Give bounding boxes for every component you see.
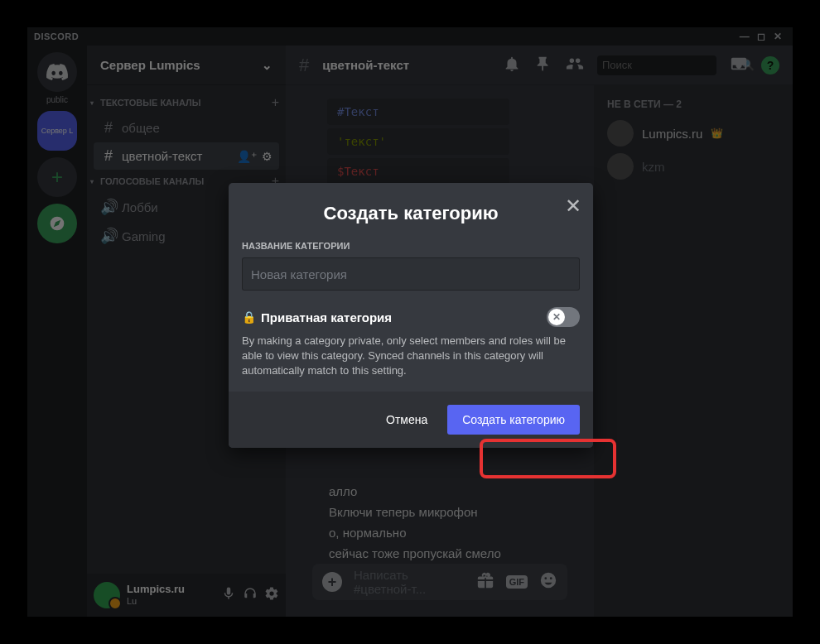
private-description: By making a category private, only selec… bbox=[242, 334, 580, 378]
private-label: Приватная категория bbox=[261, 310, 392, 324]
toggle-knob: ✕ bbox=[548, 309, 565, 325]
close-icon[interactable]: ✕ bbox=[565, 195, 581, 218]
lock-icon: 🔒 bbox=[242, 310, 256, 324]
category-name-label: НАЗВАНИЕ КАТЕГОРИИ bbox=[242, 241, 580, 251]
modal-title: Создать категорию bbox=[242, 203, 580, 224]
cancel-button[interactable]: Отмена bbox=[373, 405, 441, 435]
create-category-button[interactable]: Создать категорию bbox=[447, 405, 580, 435]
private-toggle[interactable]: ✕ bbox=[547, 307, 580, 327]
create-category-modal: ✕ Создать категорию НАЗВАНИЕ КАТЕГОРИИ 🔒… bbox=[229, 183, 593, 448]
category-name-input[interactable] bbox=[242, 257, 580, 291]
